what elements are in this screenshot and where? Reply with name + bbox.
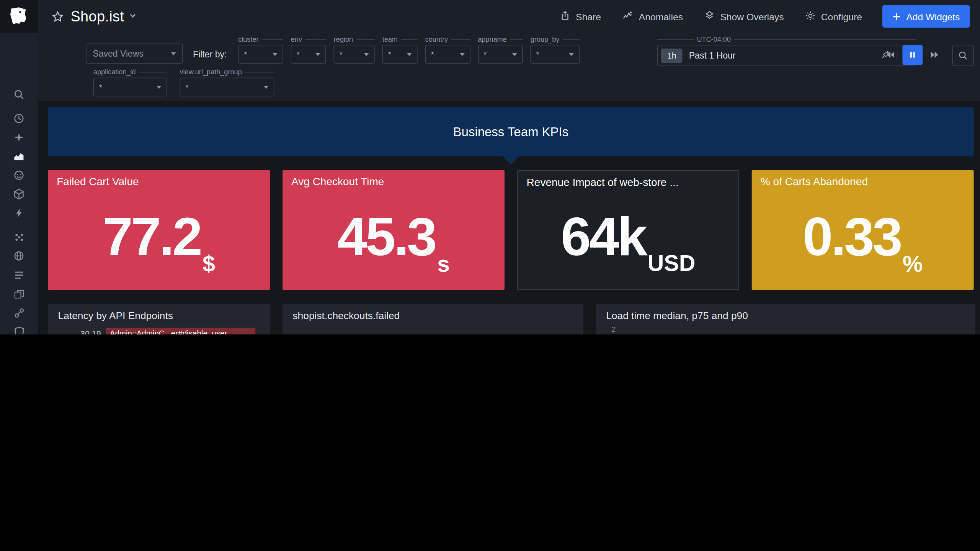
action-label: Anomalies [639,11,683,22]
filter-row-2: application_id*view.url_path_group* [93,68,974,96]
title-chevron-down-icon[interactable] [129,11,137,22]
app: ? Help Shop.ist ShareAnomaliesShow Overl… [0,0,980,334]
note-banner[interactable]: Business Team KPIs [48,107,973,156]
logs-icon[interactable] [10,266,28,284]
filter-value-text: * [99,82,152,92]
time-range-block: UTC-04:00 1h Past 1 Hour [657,35,916,66]
kpi-value: 0.33 [803,209,901,263]
chevron-down-icon [315,53,320,56]
anomalies-icon [622,10,633,23]
filter-value-appname[interactable]: * [478,45,523,64]
topbar: Shop.ist ShareAnomaliesShow OverlaysConf… [38,0,980,33]
add-widgets-button[interactable]: Add Widgets [882,5,970,28]
kpi-value-wrap: 64kUSD [518,189,739,289]
time-range-chip[interactable]: 1h [661,48,683,63]
filter-value-text: * [431,49,454,59]
kpi-value-wrap: 0.33% [752,189,974,290]
forward-button[interactable] [924,45,945,65]
saved-views-label: Saved Views [93,49,166,59]
search-icon[interactable] [10,86,28,103]
infrastructure-icon[interactable] [10,185,28,203]
chevron-down-icon [171,52,176,55]
filter-value-cluster[interactable]: * [238,45,283,64]
filter-dropdown-region: region* [334,35,375,64]
sparkle-icon[interactable] [10,129,28,146]
filter-label-text: cluster [238,35,258,43]
latency-toplist-body: Seconds 30.19Admin::AdminC...er#disable_… [48,325,270,334]
datadog-logo[interactable] [0,0,38,33]
timezone-label: UTC-04:00 [697,35,731,43]
favorite-star-icon[interactable] [52,10,64,22]
saved-views-dropdown[interactable]: Saved Views [86,44,183,64]
filter-value-text: * [483,49,507,59]
overlays-icon [704,10,714,22]
filter-label-text: region [334,35,353,43]
filter-value-text: * [185,82,258,92]
kpi-title: Avg Checkout Time [283,170,505,189]
sidebar-icon-stack: ? [10,33,28,334]
action-share[interactable]: Share [560,10,601,22]
service-map-icon[interactable] [10,304,28,321]
filter-value-country[interactable]: * [425,45,470,64]
svg-text:2: 2 [612,326,616,333]
graph-zoom-button[interactable] [952,45,974,66]
filter-label-text: application_id [93,68,136,76]
filter-value-team[interactable]: * [382,45,418,64]
page-title: Shop.ist [71,8,124,25]
processes-icon[interactable] [10,228,28,246]
filter-value-text: * [297,49,310,59]
chevron-down-icon [512,53,517,56]
history-icon[interactable] [10,110,28,127]
kpi-unit: USD [647,250,695,277]
kpi-card-3[interactable]: Revenue Impact of web-store ...64kUSD [517,170,739,290]
chevron-down-icon [157,85,162,88]
apm-icon[interactable] [10,204,28,222]
kpi-value-wrap: 45.3s [283,189,505,290]
load-time-chart[interactable]: 01209:3009:4510:0010:15 [596,325,975,334]
filter-value-region[interactable]: * [334,45,375,64]
filter-value-env[interactable]: * [291,45,326,64]
action-label: Share [576,11,601,22]
latency-bar-zone[interactable]: Admin::AdminC...er#disable_user [106,328,263,334]
filter-value-view.url_path_group[interactable]: * [180,78,274,96]
kpi-card-1[interactable]: Failed Cart Value77.2$ [48,170,270,290]
rum-icon[interactable] [10,285,28,303]
filter-label-text: group_by [531,35,560,43]
dashboards-icon[interactable] [10,147,28,165]
widget-title: shopist.checkouts.failed [283,304,583,325]
filter-label-text: view.url_path_group [180,68,242,76]
kpi-card-4[interactable]: % of Carts Abandoned0.33% [752,170,974,290]
action-show-overlays[interactable]: Show Overlays [704,10,784,22]
synthetics-icon[interactable] [10,247,28,265]
widget-title: Latency by API Endpoints [48,304,270,325]
action-anomalies[interactable]: Anomalies [622,10,683,23]
filter-label: group_by [531,35,580,43]
rewind-button[interactable] [880,45,901,65]
sidebar: ? Help [0,0,38,334]
chevron-down-icon [364,53,369,56]
load-time-widget[interactable]: Load time median, p75 and p90 01209:3009… [596,304,975,334]
filter-dropdown-appname: appname* [478,35,523,64]
datadog-dog-icon [8,7,29,26]
time-range-selector[interactable]: 1h Past 1 Hour [657,45,916,66]
filter-value-group_by[interactable]: * [531,45,580,64]
latency-endpoint-label: Admin::AdminC...er#disable_user [110,328,227,334]
add-widgets-label: Add Widgets [906,11,960,22]
latency-toplist-widget[interactable]: Latency by API Endpoints Seconds 30.19Ad… [48,304,270,334]
load_time-svg: 01209:3009:4510:0010:15 [596,325,975,334]
filter-label-text: country [425,35,448,43]
action-configure[interactable]: Configure [805,10,862,22]
action-label: Show Overlays [720,11,784,22]
checkouts-failed-chart[interactable]: 0204009:3009:4510:0010:15 [283,325,583,334]
checkouts-failed-widget[interactable]: shopist.checkouts.failed 0204009:3009:45… [283,304,583,334]
pause-button[interactable] [902,45,923,65]
filter-value-text: * [536,49,564,59]
watchdog-icon[interactable] [10,166,28,184]
kpi-card-2[interactable]: Avg Checkout Time45.3s [283,170,505,290]
filter-value-application_id[interactable]: * [93,78,167,96]
kpi-value: 45.3 [337,209,435,263]
kpi-row: Failed Cart Value77.2$Avg Checkout Time4… [48,170,973,290]
security-icon[interactable] [10,323,28,334]
filter-value-text: * [388,49,402,59]
filter-label: view.url_path_group [180,68,274,76]
